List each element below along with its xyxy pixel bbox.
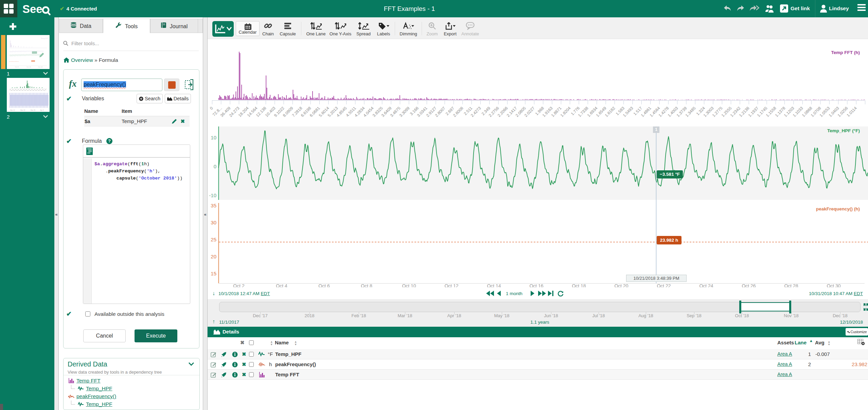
svg-text:Apr 2: Apr 2 (40, 109, 44, 111)
svg-text:Oct 8: Oct 8 (15, 66, 19, 68)
svg-text:Mar 12: Mar 12 (10, 109, 15, 111)
svg-text:See: See (22, 3, 42, 15)
svg-text:Oct 18: Oct 18 (26, 66, 31, 68)
svg-text:Mar 26: Mar 26 (31, 109, 36, 111)
svg-text:Temp FFT: Temp FFT (41, 37, 49, 39)
svg-text:Oct 28: Oct 28 (38, 66, 43, 68)
svg-text:Mar 19: Mar 19 (20, 109, 25, 111)
